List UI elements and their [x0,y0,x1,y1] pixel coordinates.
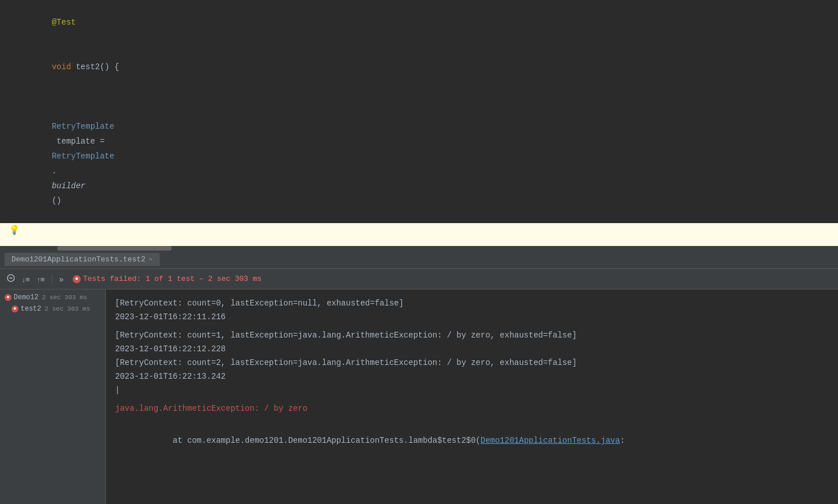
output-separator [115,324,829,328]
output-separator [115,397,829,402]
sort-desc-button[interactable]: ↑≡ [34,273,47,285]
output-cursor-line [115,383,829,397]
error-indicator: ● [5,294,11,301]
test-tree-item-demo12[interactable]: ● Demo12 2 sec 303 ms [0,292,105,303]
more-icon: » [59,275,64,284]
tree-item-label: test2 [21,305,41,313]
stack-prefix: at com.example.demo1201.Demo1201Applicat… [153,436,480,445]
tab-label: Demo1201ApplicationTests.test2 [11,255,145,264]
tree-item-label: Demo12 [14,293,38,301]
tab-bar: Demo1201ApplicationTests.test2 × [0,251,838,269]
code-content: .maxAttempts( 3 ) [23,223,838,246]
code-text: . [52,166,56,176]
toolbar-separator [52,273,52,285]
stack-link[interactable]: Demo1201ApplicationTests.java [481,436,620,445]
horizontal-scrollbar[interactable] [0,246,838,251]
stop-button[interactable] [5,273,17,285]
output-stack-line: at com.example.demo1201.Demo1201Applicat… [115,420,829,461]
sort-asc-button[interactable]: ↓≡ [19,273,32,285]
annotation: @Test [52,18,76,27]
output-line: 2023-12-01T16:22:12.228 [115,342,829,356]
tree-item-time: 2 sec 303 ms [45,305,90,312]
test-status-text: Tests failed: 1 of 1 test – 2 sec 303 ms [83,275,262,283]
code-line: RetryTemplate template = RetryTemplate .… [0,89,838,223]
output-error-line: java.lang.ArithmeticException: / by zero [115,402,829,415]
output-separator [115,415,829,420]
keyword: void [52,62,76,72]
code-line: @Test [0,0,838,45]
test-status-badge: ● Tests failed: 1 of 1 test – 2 sec 303 … [73,275,262,283]
output-line: 2023-12-01T16:22:13.242 [115,370,829,383]
output-line: 2023-12-01T16:22:11.216 [115,310,829,324]
tab-test2[interactable]: Demo1201ApplicationTests.test2 × [5,253,160,266]
code-text: test2() { [76,62,119,72]
test-body: ● Demo12 2 sec 303 ms ● test2 2 sec 303 … [0,289,838,504]
test-toolbar: ↓≡ ↑≡ » ● Tests failed: 1 of 1 test – 2 … [0,269,838,289]
output-line: [RetryContext: count=0, lastException=nu… [115,296,829,310]
class-name: RetryTemplate [52,152,114,161]
method-name: builder [52,181,85,191]
code-text: () [52,196,61,205]
class-name: RetryTemplate [52,122,114,131]
error-icon: ● [73,275,81,283]
test-output[interactable]: [RetryContext: count=0, lastException=nu… [106,289,838,504]
sort-asc-icon: ↓≡ [22,275,30,284]
code-text: template = [52,137,109,146]
code-line: void test2() { [0,45,838,89]
code-line-highlighted: 💡 .maxAttempts( 3 ) [0,223,838,246]
code-content: RetryTemplate template = RetryTemplate .… [23,89,838,223]
scrollbar-thumb[interactable] [57,246,172,251]
gutter-bulb: 💡 [6,223,23,238]
bulb-icon: 💡 [9,223,20,238]
error-indicator: ● [11,305,18,312]
tree-item-time: 2 sec 303 ms [42,294,87,301]
output-line: [RetryContext: count=2, lastException=ja… [115,356,829,370]
sort-desc-icon: ↑≡ [37,275,45,284]
output-line: [RetryContext: count=1, lastException=ja… [115,328,829,342]
test-results-panel: Demo1201ApplicationTests.test2 × ↓≡ ↑≡ »… [0,251,838,504]
stack-suffix: : [620,436,624,445]
code-editor: @Test void test2() { RetryTemplate templ… [0,0,838,246]
more-button[interactable]: » [57,273,66,285]
code-content: void test2() { [23,45,838,89]
stop-icon [7,274,15,282]
test-tree-item-test2[interactable]: ● test2 2 sec 303 ms [0,303,105,315]
code-content: @Test [23,0,838,45]
test-tree: ● Demo12 2 sec 303 ms ● test2 2 sec 303 … [0,289,106,504]
tab-close-button[interactable]: × [149,256,153,263]
